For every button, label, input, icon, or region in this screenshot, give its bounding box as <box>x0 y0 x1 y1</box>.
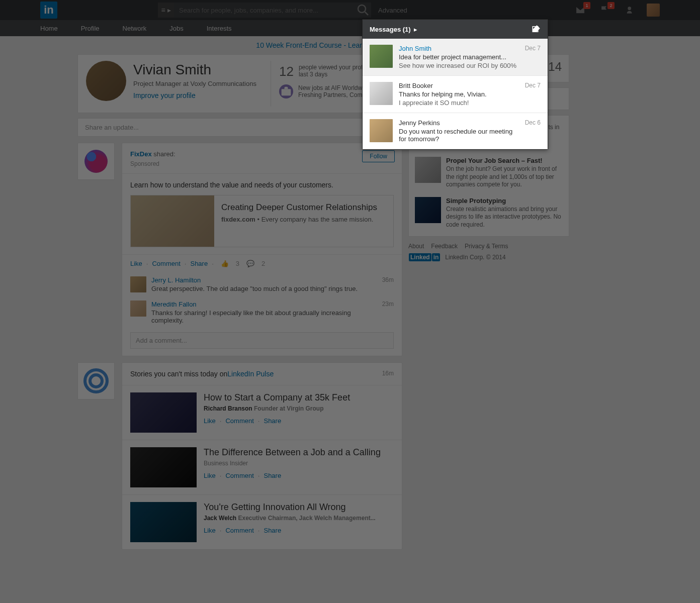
dim-overlay[interactable] <box>0 0 700 603</box>
messages-dropdown: Messages (1) ▸ John Smith Idea for bette… <box>362 19 548 150</box>
message-subject: Thanks for helping me, Vivian. <box>399 90 519 98</box>
sender-avatar <box>370 45 393 68</box>
compose-icon[interactable] <box>532 25 541 34</box>
sender-avatar <box>370 82 393 105</box>
messages-title[interactable]: Messages (1) <box>370 26 411 33</box>
message-item[interactable]: John Smith Idea for better project manag… <box>363 39 548 76</box>
sender-name[interactable]: Jenny Perkins <box>399 119 519 127</box>
message-preview: See how we increased our ROI by 600% <box>399 62 519 69</box>
message-date: Dec 7 <box>525 45 541 69</box>
message-date: Dec 7 <box>525 82 541 107</box>
message-preview: I appreciate it SO much! <box>399 99 519 107</box>
sender-name[interactable]: Britt Booker <box>399 82 519 89</box>
messages-header: Messages (1) ▸ <box>363 20 548 39</box>
sender-avatar <box>370 119 393 142</box>
message-item[interactable]: Britt Booker Thanks for helping me, Vivi… <box>363 76 548 113</box>
sender-name[interactable]: John Smith <box>399 45 519 52</box>
message-item[interactable]: Jenny Perkins Do you want to reschedule … <box>363 113 548 149</box>
chevron-right-icon: ▸ <box>414 26 417 33</box>
message-date: Dec 6 <box>525 119 541 143</box>
message-subject: Idea for better project management... <box>399 53 519 61</box>
message-subject: Do you want to reschedule our meeting fo… <box>399 128 519 143</box>
